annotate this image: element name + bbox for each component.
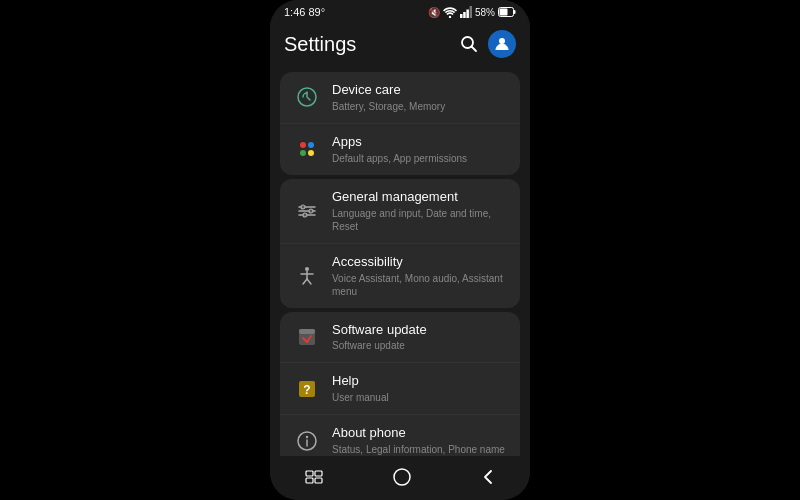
wifi-icon	[443, 6, 457, 18]
software-update-title: Software update	[332, 322, 508, 339]
help-item[interactable]: ? Help User manual	[280, 363, 520, 415]
about-phone-title: About phone	[332, 425, 508, 442]
svg-point-32	[306, 436, 308, 438]
battery-percent: 58%	[475, 7, 495, 18]
svg-rect-2	[463, 12, 466, 18]
accessibility-item[interactable]: Accessibility Voice Assistant, Mono audi…	[280, 244, 520, 308]
apps-icon	[292, 134, 322, 164]
status-bar: 1:46 89° 🔇 58%	[270, 0, 530, 22]
svg-rect-37	[306, 478, 313, 483]
recent-apps-button[interactable]	[289, 466, 339, 488]
about-phone-item[interactable]: About phone Status, Legal information, P…	[280, 415, 520, 456]
status-time: 1:46 89°	[284, 6, 325, 18]
svg-rect-38	[315, 478, 322, 483]
status-icons: 🔇 58%	[428, 6, 516, 18]
about-phone-subtitle: Status, Legal information, Phone name	[332, 443, 508, 456]
device-care-item[interactable]: Device care Battery, Storage, Memory	[280, 72, 520, 124]
signal-icon	[460, 6, 472, 18]
svg-line-25	[303, 279, 307, 284]
svg-point-21	[303, 213, 307, 217]
apps-subtitle: Default apps, App permissions	[332, 152, 508, 165]
settings-group-1: Device care Battery, Storage, Memory App…	[280, 72, 520, 175]
accessibility-title: Accessibility	[332, 254, 508, 271]
device-care-text: Device care Battery, Storage, Memory	[332, 82, 508, 113]
software-update-icon	[292, 322, 322, 352]
svg-rect-35	[306, 471, 313, 476]
svg-point-22	[305, 267, 309, 271]
svg-rect-4	[470, 6, 472, 18]
device-care-title: Device care	[332, 82, 508, 99]
svg-line-9	[472, 47, 477, 52]
phone-frame: 1:46 89° 🔇 58%	[270, 0, 530, 500]
svg-line-26	[307, 279, 311, 284]
accessibility-icon	[292, 261, 322, 291]
general-management-title: General management	[332, 189, 508, 206]
header-icons	[460, 30, 516, 58]
general-management-subtitle: Language and input, Date and time, Reset	[332, 207, 508, 233]
settings-group-3: Software update Software update ? Help U…	[280, 312, 520, 456]
help-text: Help User manual	[332, 373, 508, 404]
avatar[interactable]	[488, 30, 516, 58]
svg-point-14	[300, 150, 306, 156]
svg-point-13	[308, 142, 314, 148]
svg-point-12	[300, 142, 306, 148]
svg-rect-3	[466, 10, 469, 19]
help-icon: ?	[292, 374, 322, 404]
search-icon[interactable]	[460, 35, 478, 53]
svg-point-10	[499, 38, 505, 44]
general-management-text: General management Language and input, D…	[332, 189, 508, 233]
settings-group-2: General management Language and input, D…	[280, 179, 520, 308]
about-phone-text: About phone Status, Legal information, P…	[332, 425, 508, 456]
svg-rect-36	[315, 471, 322, 476]
software-update-item[interactable]: Software update Software update	[280, 312, 520, 364]
svg-point-15	[308, 150, 314, 156]
software-update-text: Software update Software update	[332, 322, 508, 353]
scroll-content[interactable]: Device care Battery, Storage, Memory App…	[270, 68, 530, 456]
app-header: Settings	[270, 22, 530, 68]
apps-text: Apps Default apps, App permissions	[332, 134, 508, 165]
software-update-subtitle: Software update	[332, 339, 508, 352]
accessibility-text: Accessibility Voice Assistant, Mono audi…	[332, 254, 508, 298]
nav-bar	[270, 456, 530, 500]
app-title: Settings	[284, 33, 356, 56]
general-management-icon	[292, 196, 322, 226]
svg-point-39	[394, 469, 410, 485]
about-phone-icon	[292, 426, 322, 456]
svg-rect-7	[500, 9, 508, 16]
svg-rect-6	[514, 10, 516, 14]
svg-rect-28	[299, 329, 315, 334]
svg-rect-1	[460, 14, 463, 18]
svg-point-20	[309, 209, 313, 213]
mute-icon: 🔇	[428, 7, 440, 18]
device-care-icon	[292, 82, 322, 112]
svg-point-19	[301, 205, 305, 209]
general-management-item[interactable]: General management Language and input, D…	[280, 179, 520, 244]
apps-item[interactable]: Apps Default apps, App permissions	[280, 124, 520, 175]
accessibility-subtitle: Voice Assistant, Mono audio, Assistant m…	[332, 272, 508, 298]
help-subtitle: User manual	[332, 391, 508, 404]
svg-point-0	[449, 16, 451, 18]
apps-title: Apps	[332, 134, 508, 151]
svg-text:?: ?	[303, 383, 310, 397]
battery-icon	[498, 7, 516, 17]
help-title: Help	[332, 373, 508, 390]
back-button[interactable]	[465, 464, 511, 490]
home-button[interactable]	[377, 464, 427, 490]
device-care-subtitle: Battery, Storage, Memory	[332, 100, 508, 113]
